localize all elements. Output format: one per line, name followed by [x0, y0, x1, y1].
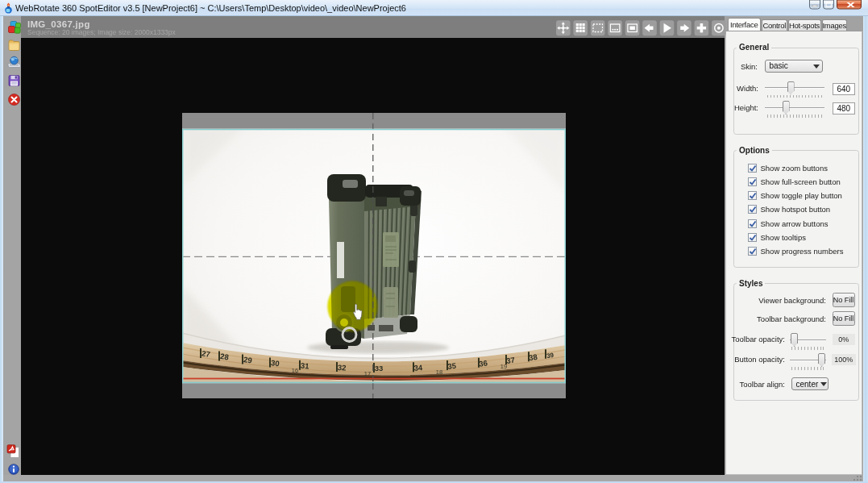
svg-text:34: 34 [413, 363, 423, 373]
svg-text:33: 33 [375, 364, 384, 373]
svg-text:27: 27 [201, 348, 210, 359]
svg-text:37: 37 [506, 356, 516, 365]
svg-text:32: 32 [338, 363, 347, 373]
svg-text:38: 38 [528, 352, 538, 363]
svg-text:36: 36 [479, 358, 488, 368]
svg-text:35: 35 [447, 361, 457, 371]
svg-text:18: 18 [436, 368, 442, 376]
svg-text:28: 28 [220, 352, 230, 362]
svg-text:16: 16 [292, 367, 298, 374]
svg-text:29: 29 [243, 355, 253, 364]
svg-text:30: 30 [271, 358, 280, 368]
svg-text:17: 17 [364, 370, 371, 377]
svg-text:31: 31 [301, 361, 310, 371]
